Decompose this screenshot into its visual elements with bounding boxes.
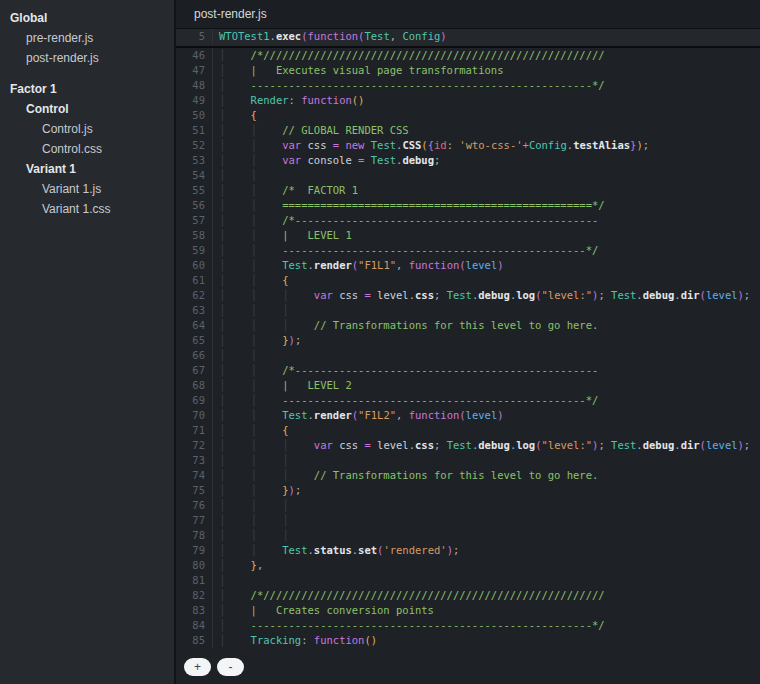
code-area[interactable]: 46│ /*//////////////////////////////////…	[176, 48, 760, 648]
code-line-48: 48│ ------------------------------------…	[176, 78, 760, 93]
line-number: 69	[176, 393, 212, 408]
code-line-68: 68│ │ | LEVEL 2	[176, 378, 760, 393]
pinned-context-line: 5WTOTest1.exec(function(Test, Config)	[176, 29, 760, 48]
code-line-67: 67│ │ /*--------------------------------…	[176, 363, 760, 378]
line-number: 60	[176, 258, 212, 273]
line-number: 5	[176, 29, 212, 44]
code-line-52: 52│ │ var css = new Test.CSS({id: 'wto-c…	[176, 138, 760, 153]
line-number: 79	[176, 543, 212, 558]
sidebar-item-variant-1[interactable]: Variant 1	[0, 159, 174, 179]
line-number: 46	[176, 48, 212, 63]
code-line-83: 83│ | Creates conversion points	[176, 603, 760, 618]
code-line-53: 53│ │ var console = Test.debug;	[176, 153, 760, 168]
line-number: 57	[176, 213, 212, 228]
tab-bar: post-render.js	[176, 0, 760, 29]
line-number: 77	[176, 513, 212, 528]
code-line-66: 66│ │	[176, 348, 760, 363]
code-line-75: 75│ │ });	[176, 483, 760, 498]
code-line-78: 78│ │ │	[176, 528, 760, 543]
code-line-57: 57│ │ /*--------------------------------…	[176, 213, 760, 228]
line-number: 55	[176, 183, 212, 198]
editor-pane: post-render.js 5WTOTest1.exec(function(T…	[176, 0, 760, 684]
line-number: 70	[176, 408, 212, 423]
line-number: 58	[176, 228, 212, 243]
line-number: 64	[176, 318, 212, 333]
code-line-82: 82│ /*//////////////////////////////////…	[176, 588, 760, 603]
line-number: 59	[176, 243, 212, 258]
line-number: 53	[176, 153, 212, 168]
sidebar-item-control[interactable]: Control	[0, 99, 174, 119]
code-line-63: 63│ │ │	[176, 303, 760, 318]
code-line-73: 73│ │ │	[176, 453, 760, 468]
line-number: 82	[176, 588, 212, 603]
line-number: 72	[176, 438, 212, 453]
line-number: 51	[176, 123, 212, 138]
code-line-5: 5WTOTest1.exec(function(Test, Config)	[176, 29, 760, 44]
sidebar-item-pre-render-js[interactable]: pre-render.js	[0, 28, 174, 48]
code-line-81: 81│	[176, 573, 760, 588]
code-line-72: 72│ │ │ var css = level.css; Test.debug.…	[176, 438, 760, 453]
code-line-60: 60│ │ Test.render("F1L1", function(level…	[176, 258, 760, 273]
code-line-51: 51│ │ // GLOBAL RENDER CSS	[176, 123, 760, 138]
line-number: 75	[176, 483, 212, 498]
code-line-84: 84│ ------------------------------------…	[176, 618, 760, 633]
sidebar-item-factor-1[interactable]: Factor 1	[0, 79, 174, 99]
line-number: 78	[176, 528, 212, 543]
code-line-79: 79│ │ Test.status.set('rendered');	[176, 543, 760, 558]
code-line-62: 62│ │ │ var css = level.css; Test.debug.…	[176, 288, 760, 303]
line-number: 80	[176, 558, 212, 573]
code-line-65: 65│ │ });	[176, 333, 760, 348]
code-line-58: 58│ │ | LEVEL 1	[176, 228, 760, 243]
code-line-61: 61│ │ {	[176, 273, 760, 288]
code-line-64: 64│ │ │ // Transformations for this leve…	[176, 318, 760, 333]
sidebar-item-control-css[interactable]: Control.css	[0, 139, 174, 159]
line-number: 62	[176, 288, 212, 303]
tab-post-render-js[interactable]: post-render.js	[176, 7, 285, 21]
sidebar-item-variant-1-js[interactable]: Variant 1.js	[0, 179, 174, 199]
code-line-49: 49│ Render: function()	[176, 93, 760, 108]
app-window: Globalpre-render.jspost-render.jsFactor …	[0, 0, 760, 684]
line-number: 63	[176, 303, 212, 318]
code-line-85: 85│ Tracking: function()	[176, 633, 760, 648]
sidebar-item-variant-1-css[interactable]: Variant 1.css	[0, 199, 174, 219]
line-number: 54	[176, 168, 212, 183]
line-number: 85	[176, 633, 212, 648]
line-number: 56	[176, 198, 212, 213]
zoom-in-button[interactable]: +	[184, 658, 211, 676]
line-number: 76	[176, 498, 212, 513]
line-number: 73	[176, 453, 212, 468]
line-number: 67	[176, 363, 212, 378]
sidebar-item-control-js[interactable]: Control.js	[0, 119, 174, 139]
line-number: 49	[176, 93, 212, 108]
line-number: 81	[176, 573, 212, 588]
line-number: 74	[176, 468, 212, 483]
code-line-59: 59│ │ ----------------------------------…	[176, 243, 760, 258]
line-number: 52	[176, 138, 212, 153]
line-number: 68	[176, 378, 212, 393]
code-line-76: 76│ │ │	[176, 498, 760, 513]
line-number: 65	[176, 333, 212, 348]
code-line-80: 80│ },	[176, 558, 760, 573]
code-line-71: 71│ │ {	[176, 423, 760, 438]
sidebar-item-global[interactable]: Global	[0, 8, 174, 28]
code-line-55: 55│ │ /* FACTOR 1	[176, 183, 760, 198]
code-line-56: 56│ │ ==================================…	[176, 198, 760, 213]
line-number: 61	[176, 273, 212, 288]
code-line-46: 46│ /*//////////////////////////////////…	[176, 48, 760, 63]
code-line-69: 69│ │ ----------------------------------…	[176, 393, 760, 408]
sidebar-item-post-render-js[interactable]: post-render.js	[0, 48, 174, 68]
editor-zoom-controls: + -	[184, 658, 244, 676]
line-number: 48	[176, 78, 212, 93]
code-line-47: 47│ | Executes visual page transformatio…	[176, 63, 760, 78]
line-number: 71	[176, 423, 212, 438]
code-line-70: 70│ │ Test.render("F1L2", function(level…	[176, 408, 760, 423]
code-line-50: 50│ {	[176, 108, 760, 123]
line-number: 50	[176, 108, 212, 123]
line-number: 47	[176, 63, 212, 78]
code-line-74: 74│ │ │ // Transformations for this leve…	[176, 468, 760, 483]
line-number: 84	[176, 618, 212, 633]
zoom-out-button[interactable]: -	[217, 658, 244, 676]
line-number: 66	[176, 348, 212, 363]
file-tree-sidebar: Globalpre-render.jspost-render.jsFactor …	[0, 0, 176, 684]
code-line-54: 54│ │	[176, 168, 760, 183]
